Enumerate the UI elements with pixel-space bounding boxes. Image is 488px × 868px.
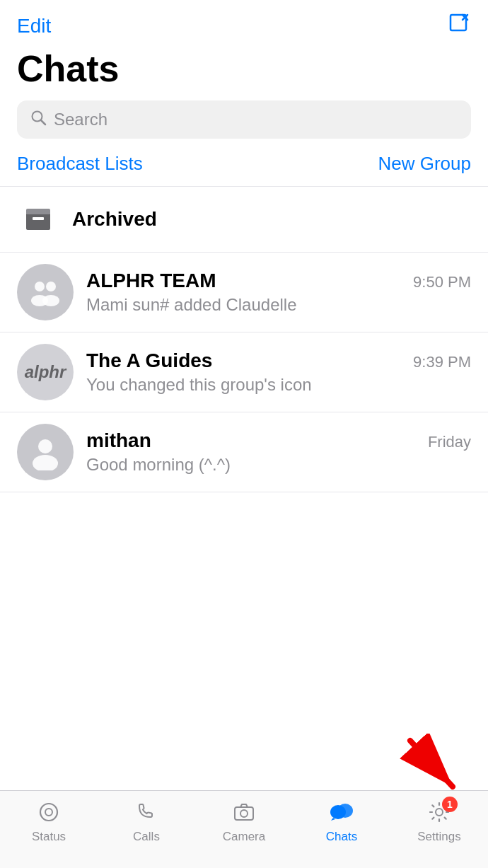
svg-line-15 [410, 741, 453, 787]
chat-preview-a-guides: You changed this group's icon [86, 375, 471, 395]
header: Edit Chats Search [0, 0, 488, 139]
search-icon [30, 109, 47, 130]
archive-icon-box [17, 198, 59, 241]
tab-chats-label: Chats [326, 830, 357, 844]
svg-point-13 [33, 455, 58, 470]
compose-icon[interactable] [447, 11, 471, 40]
new-group-link[interactable]: New Group [378, 153, 472, 175]
broadcast-lists-link[interactable]: Broadcast Lists [17, 153, 143, 175]
archived-row[interactable]: Archived [0, 187, 488, 253]
svg-point-21 [337, 804, 353, 818]
tab-chats[interactable]: Chats [306, 801, 377, 844]
tab-calls-label: Calls [133, 830, 160, 844]
svg-point-17 [45, 809, 52, 816]
avatar-alphr-team [17, 264, 74, 320]
status-icon [37, 801, 60, 827]
svg-rect-6 [26, 209, 50, 214]
svg-line-4 [41, 120, 45, 125]
chat-list: ALPHR TEAM 9:50 PM Mami sun# added Claud… [0, 253, 488, 492]
svg-point-9 [46, 282, 56, 291]
page-title: Chats [17, 46, 471, 100]
archived-label: Archived [72, 208, 157, 231]
avatar-a-guides: alphr [17, 344, 74, 400]
chat-time-a-guides: 9:39 PM [413, 353, 471, 371]
chat-name: ALPHR TEAM [86, 270, 216, 292]
svg-rect-18 [235, 807, 253, 820]
avatar-text-a-guides: alphr [25, 362, 66, 382]
svg-point-11 [42, 295, 59, 306]
search-placeholder: Search [54, 110, 108, 129]
avatar-mithan [17, 424, 74, 480]
svg-point-8 [35, 282, 45, 291]
chat-name-a-guides: The A Guides [86, 349, 212, 372]
chat-header-row: ALPHR TEAM 9:50 PM [86, 270, 471, 292]
svg-point-16 [40, 804, 57, 821]
tab-settings-label: Settings [417, 830, 460, 844]
chat-preview-mithan: Good morning (^.^) [86, 455, 471, 475]
calls-icon [135, 801, 158, 827]
chat-item-a-guides[interactable]: alphr The A Guides 9:39 PM You changed t… [0, 332, 488, 412]
svg-point-12 [38, 439, 52, 453]
settings-badge: 1 [442, 797, 458, 812]
tab-camera[interactable]: Camera [209, 801, 279, 844]
chat-name-mithan: mithan [86, 429, 151, 452]
chat-content-mithan: mithan Friday Good morning (^.^) [86, 429, 471, 475]
chat-header-row-a-guides: The A Guides 9:39 PM [86, 349, 471, 372]
chat-header-row-mithan: mithan Friday [86, 429, 471, 452]
svg-point-22 [436, 809, 443, 816]
chats-icon [329, 801, 354, 827]
search-bar[interactable]: Search [17, 100, 471, 139]
chat-preview: Mami sun# added Claudelle [86, 295, 471, 315]
camera-icon [233, 801, 255, 827]
chat-item-alphr-team[interactable]: ALPHR TEAM 9:50 PM Mami sun# added Claud… [0, 253, 488, 332]
settings-icon: 1 [428, 801, 451, 827]
svg-rect-5 [26, 213, 50, 230]
edit-button[interactable]: Edit [17, 15, 51, 37]
chat-time: 9:50 PM [413, 273, 471, 291]
chat-content-alphr-team: ALPHR TEAM 9:50 PM Mami sun# added Claud… [86, 270, 471, 315]
tab-settings[interactable]: 1 Settings [404, 801, 475, 844]
tab-status-label: Status [32, 830, 66, 844]
svg-rect-7 [33, 217, 44, 220]
tab-status[interactable]: Status [13, 801, 84, 844]
action-row: Broadcast Lists New Group [0, 153, 488, 187]
tab-camera-label: Camera [223, 830, 265, 844]
tab-calls[interactable]: Calls [111, 801, 182, 844]
svg-point-19 [240, 810, 248, 817]
chat-time-mithan: Friday [428, 433, 471, 451]
chat-content-a-guides: The A Guides 9:39 PM You changed this gr… [86, 349, 471, 395]
tab-bar: Status Calls Camera Cha [0, 790, 488, 868]
chat-item-mithan[interactable]: mithan Friday Good morning (^.^) [0, 412, 488, 492]
header-top: Edit [17, 11, 471, 46]
